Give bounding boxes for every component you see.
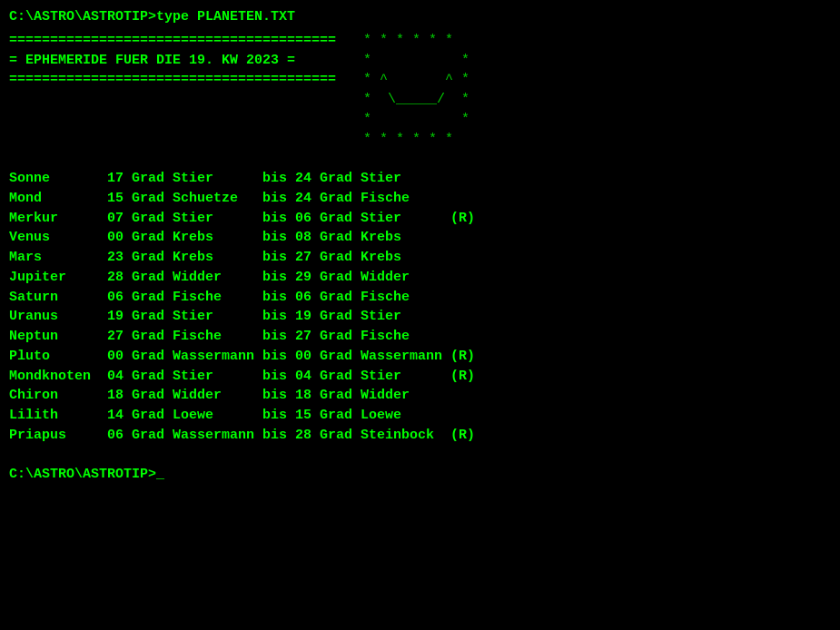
planet-row: Priapus 06 Grad Wassermann bis 28 Grad S…	[9, 426, 831, 446]
prompt-final[interactable]: C:\ASTRO\ASTROTIP>_	[9, 465, 831, 485]
terminal-window: C:\ASTRO\ASTROTIP>type PLANETEN.TXT ====…	[9, 7, 831, 623]
planet-row: Uranus 19 Grad Stier bis 19 Grad Stier	[9, 307, 831, 327]
planet-row: Chiron 18 Grad Widder bis 18 Grad Widder	[9, 386, 831, 406]
spacer2	[9, 446, 831, 466]
planet-row: Neptun 27 Grad Fische bis 27 Grad Fische	[9, 327, 831, 347]
smiley-row-3: * \_____/ *	[363, 90, 469, 110]
planet-table: Sonne 17 Grad Stier bis 24 Grad Stier Mo…	[9, 169, 831, 446]
header-line1: ========================================	[9, 31, 336, 51]
smiley-row-2: * ^ ^ *	[363, 70, 469, 90]
header-block: ========================================…	[9, 31, 336, 150]
smiley-row-1: * *	[363, 51, 469, 71]
header-line3: ========================================	[9, 70, 336, 90]
smiley-row-5: * * * * * *	[363, 130, 469, 150]
planet-row: Venus 00 Grad Krebs bis 08 Grad Krebs	[9, 228, 831, 248]
prompt-initial: C:\ASTRO\ASTROTIP>type PLANETEN.TXT	[9, 7, 831, 27]
planet-row: Mondknoten 04 Grad Stier bis 04 Grad Sti…	[9, 367, 831, 387]
planet-row: Mond 15 Grad Schuetze bis 24 Grad Fische	[9, 189, 831, 209]
planet-row: Sonne 17 Grad Stier bis 24 Grad Stier	[9, 169, 831, 189]
smiley-row-4: * *	[363, 110, 469, 130]
planet-row: Mars 23 Grad Krebs bis 27 Grad Krebs	[9, 248, 831, 268]
smiley-row-0: * * * * * *	[363, 31, 469, 51]
planet-row: Jupiter 28 Grad Widder bis 29 Grad Widde…	[9, 268, 831, 288]
planet-row: Merkur 07 Grad Stier bis 06 Grad Stier (…	[9, 209, 831, 229]
spacer1	[9, 149, 831, 169]
planet-row: Saturn 06 Grad Fische bis 06 Grad Fische	[9, 288, 831, 308]
smiley-block: * * * * * * * * * ^ ^ * * \_____/ * * * …	[363, 31, 469, 150]
header-line2: = EPHEMERIDE FUER DIE 19. KW 2023 =	[9, 51, 336, 71]
planet-row: Lilith 14 Grad Loewe bis 15 Grad Loewe	[9, 406, 831, 426]
planet-row: Pluto 00 Grad Wassermann bis 00 Grad Was…	[9, 347, 831, 367]
